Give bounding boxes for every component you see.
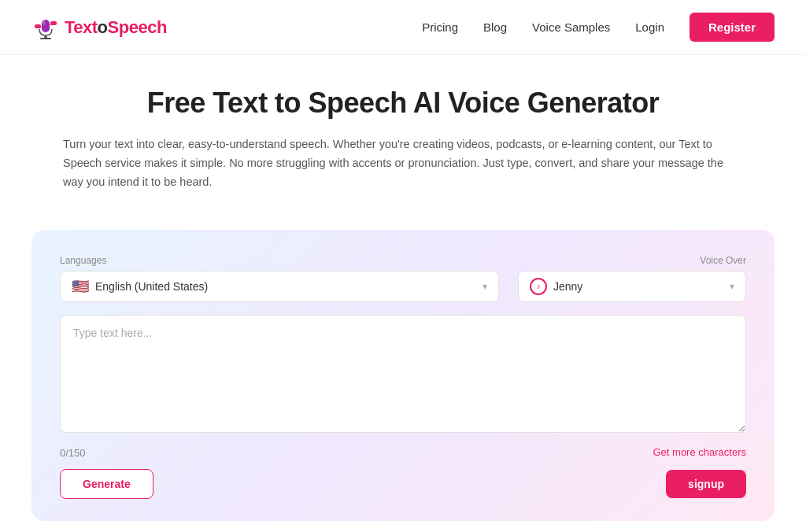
voice-over-label: Voice Over bbox=[518, 255, 746, 266]
login-button[interactable]: Login bbox=[635, 20, 664, 34]
voice-icon: ♪ bbox=[530, 278, 547, 295]
bottom-actions: 0/150 Get more characters bbox=[60, 445, 746, 460]
converter-card: Languages 🇺🇸 English (United States) Eng… bbox=[31, 230, 775, 521]
language-chevron-icon: ▾ bbox=[482, 281, 487, 292]
nav-voice-samples[interactable]: Voice Samples bbox=[532, 20, 610, 34]
site-header: TextoSpeech Pricing Blog Voice Samples L… bbox=[0, 0, 806, 55]
hero-description: Turn your text into clear, easy-to-under… bbox=[63, 135, 743, 192]
language-select-wrapper[interactable]: 🇺🇸 English (United States) English (Unit… bbox=[60, 271, 499, 302]
textarea-wrapper bbox=[60, 315, 746, 436]
languages-label: Languages bbox=[60, 255, 499, 266]
language-group: Languages 🇺🇸 English (United States) Eng… bbox=[60, 255, 499, 302]
char-count: 0/150 bbox=[60, 447, 86, 459]
logo-text: TextoSpeech bbox=[65, 17, 167, 38]
language-select[interactable]: English (United States) English (United … bbox=[95, 280, 476, 293]
nav-pricing[interactable]: Pricing bbox=[422, 20, 458, 34]
hero-section: Free Text to Speech AI Voice Generator T… bbox=[0, 55, 806, 208]
voice-chevron-icon: ▾ bbox=[730, 281, 734, 292]
svg-rect-7 bbox=[35, 24, 41, 28]
char-count-section: 0/150 bbox=[60, 445, 86, 460]
voice-select-wrapper[interactable]: ♪ Jenny Guy Aria Davis Jane ▾ bbox=[518, 271, 746, 302]
get-more-chars-link[interactable]: Get more characters bbox=[653, 446, 747, 458]
logo-icon bbox=[31, 13, 60, 42]
register-button[interactable]: Register bbox=[690, 13, 775, 42]
nav-blog[interactable]: Blog bbox=[483, 20, 507, 34]
main-nav: Pricing Blog Voice Samples Login Registe… bbox=[422, 13, 775, 42]
hero-title: Free Text to Speech AI Voice Generator bbox=[63, 87, 743, 120]
text-input[interactable] bbox=[60, 315, 746, 433]
svg-point-3 bbox=[43, 20, 46, 25]
svg-rect-1 bbox=[40, 38, 51, 39]
voice-select[interactable]: Jenny Guy Aria Davis Jane bbox=[553, 280, 723, 293]
dropdowns-row: Languages 🇺🇸 English (United States) Eng… bbox=[60, 255, 746, 302]
generate-button[interactable]: Generate bbox=[60, 469, 153, 499]
logo[interactable]: TextoSpeech bbox=[31, 13, 167, 42]
buttons-row: Generate signup bbox=[60, 469, 746, 499]
flag-icon: 🇺🇸 bbox=[72, 278, 89, 295]
voice-group: Voice Over ♪ Jenny Guy Aria Davis Jane ▾ bbox=[518, 255, 746, 302]
signup-button[interactable]: signup bbox=[666, 470, 746, 498]
